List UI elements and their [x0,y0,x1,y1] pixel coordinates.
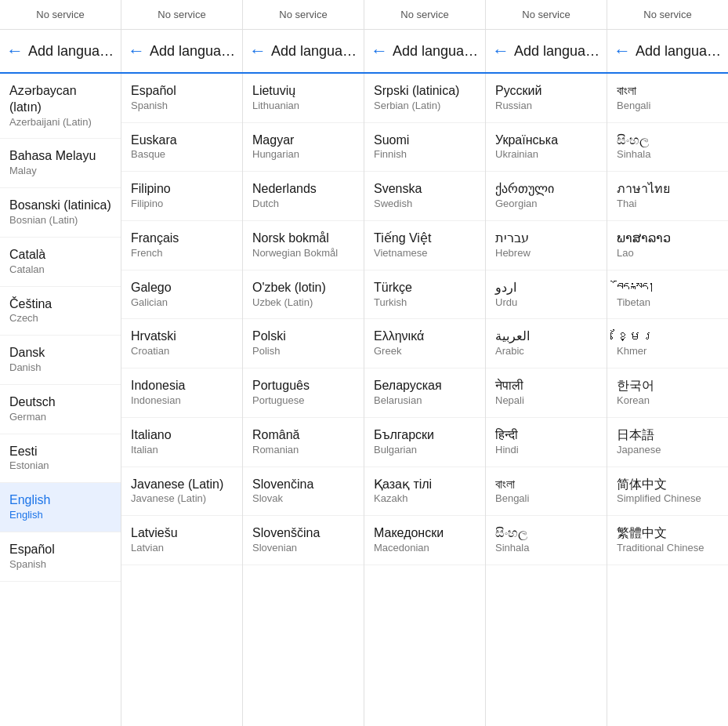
list-item[interactable]: ČeštinaCzech [0,287,121,336]
list-item[interactable]: සිංහලSinhala [486,516,607,565]
list-item[interactable]: SlovenščinaSlovenian [243,516,364,565]
lang-native-name: Türkçe [374,280,476,296]
list-item[interactable]: EuskaraBasque [121,123,242,172]
list-item[interactable]: DanskDanish [0,336,121,385]
list-item[interactable]: NederlandsDutch [243,172,364,221]
list-item[interactable]: བོད་སྐད།Tibetan [607,270,728,320]
list-item[interactable]: EspañolSpanish [121,74,242,123]
list-item[interactable]: HrvatskiCroatian [121,319,242,368]
list-item[interactable]: SuomiFinnish [364,123,485,172]
list-item[interactable]: TürkçeTurkish [364,270,485,320]
lang-english-name: Romanian [252,444,354,457]
list-item[interactable]: ქართულიGeorgian [486,172,607,221]
list-item[interactable]: 繁體中文Traditional Chinese [607,516,728,565]
list-item[interactable]: LatviešuLatvian [121,516,242,565]
list-item[interactable]: ខ្មែរKhmer [607,319,728,368]
list-item[interactable]: 한국어Korean [607,368,728,418]
lang-native-name: עברית [495,231,597,247]
list-item[interactable]: MagyarHungarian [243,123,364,172]
lang-native-name: Català [9,247,111,263]
lang-english-name: Macedonian [374,542,476,555]
list-item[interactable]: МакедонскиMacedonian [364,516,485,565]
lang-english-name: Hebrew [495,247,597,260]
list-item[interactable]: CatalàCatalan [0,238,121,287]
list-item[interactable]: IndonesiaIndonesian [121,368,242,418]
back-arrow-icon[interactable]: ← [6,41,24,61]
list-item[interactable]: БеларускаяBelarusian [364,368,485,418]
list-item[interactable]: FrançaisFrench [121,221,242,270]
column-4: РусскийRussianУкраїнськаUkrainianქართული… [486,74,607,726]
lang-english-name: Danish [9,361,111,375]
list-item[interactable]: ภาษาไทยThai [607,172,728,221]
list-item[interactable]: العربيةArabic [486,319,607,368]
content-area: Azərbaycan (latın)Azerbaijani (Latin)Bah… [0,74,728,726]
list-item[interactable]: বাংলাBengali [607,74,728,123]
lang-native-name: 日本語 [617,427,719,444]
back-arrow-icon[interactable]: ← [492,41,509,61]
list-item[interactable]: SlovenčinaSlovak [243,467,364,517]
list-item[interactable]: বাংলাBengali [486,467,607,517]
list-item[interactable]: SvenskaSwedish [364,172,485,221]
header-cell-2[interactable]: ←Add language [243,30,364,72]
header-cell-3[interactable]: ←Add language [364,30,486,72]
lang-english-name: Urdu [495,296,597,310]
header-cell-4[interactable]: ←Add language [486,30,607,72]
back-arrow-icon[interactable]: ← [371,41,388,61]
header-cell-0[interactable]: ←Add language [0,30,121,72]
lang-english-name: Spanish [9,558,111,572]
list-item[interactable]: ItalianoItalian [121,418,242,467]
list-item[interactable]: БългарскиBulgarian [364,418,485,467]
list-item[interactable]: EspañolSpanish [0,532,121,582]
lang-english-name: Catalan [9,263,111,277]
list-item[interactable]: 日本語Japanese [607,418,728,467]
list-item[interactable]: Bosanski (latinica)Bosnian (Latin) [0,188,121,238]
list-item[interactable]: GalegoGalician [121,270,242,320]
lang-native-name: Nederlands [252,181,354,198]
list-item[interactable]: Bahasa MelayuMalay [0,139,121,188]
list-item[interactable]: DeutschGerman [0,385,121,434]
list-item[interactable]: עבריתHebrew [486,221,607,270]
lang-english-name: Tibetan [617,296,719,310]
list-item[interactable]: РусскийRussian [486,74,607,123]
list-item[interactable]: ΕλληνικάGreek [364,319,485,368]
list-item[interactable]: Қазақ тіліKazakh [364,467,485,517]
list-item[interactable]: O'zbek (lotin)Uzbek (Latin) [243,270,364,320]
list-item[interactable]: PolskiPolish [243,319,364,368]
list-item[interactable]: FilipinoFilipino [121,172,242,221]
list-item[interactable]: සිංහලSinhala [607,123,728,172]
lang-english-name: Simplified Chinese [617,492,719,506]
back-arrow-icon[interactable]: ← [249,41,266,61]
status-cell-1: No service [121,0,243,29]
list-item[interactable]: EestiEstonian [0,434,121,484]
list-item[interactable]: Tiếng ViệtVietnamese [364,221,485,270]
lang-native-name: O'zbek (lotin) [252,280,354,296]
list-item[interactable]: УкраїнськаUkrainian [486,123,607,172]
lang-english-name: Ukrainian [495,148,597,162]
header-cell-1[interactable]: ←Add language [121,30,243,72]
list-item[interactable]: LietuviųLithuanian [243,74,364,123]
list-item[interactable]: اردوUrdu [486,270,607,320]
list-item[interactable]: Azərbaycan (latın)Azerbaijani (Latin) [0,74,121,139]
list-item[interactable]: EnglishEnglish [0,483,121,532]
list-item[interactable]: RomânăRomanian [243,418,364,467]
header-cell-5[interactable]: ←Add language [607,30,728,72]
back-arrow-icon[interactable]: ← [614,41,631,61]
lang-native-name: বাংলা [495,477,597,493]
lang-native-name: Македонски [374,525,476,542]
header-title: Add language [271,43,357,60]
lang-native-name: Беларуская [374,378,476,394]
list-item[interactable]: 简体中文Simplified Chinese [607,467,728,517]
list-item[interactable]: Srpski (latinica)Serbian (Latin) [364,74,485,123]
list-item[interactable]: Norsk bokmålNorwegian Bokmål [243,221,364,270]
list-item[interactable]: Javanese (Latin)Javanese (Latin) [121,467,242,517]
lang-english-name: Croatian [131,345,233,358]
lang-english-name: Slovak [252,492,354,506]
list-item[interactable]: नेपालीNepali [486,368,607,418]
list-item[interactable]: ພາສາລາວLao [607,221,728,270]
lang-native-name: Norsk bokmål [252,231,354,247]
list-item[interactable]: PortuguêsPortuguese [243,368,364,418]
back-arrow-icon[interactable]: ← [128,41,145,61]
list-item[interactable]: हिन्दीHindi [486,418,607,467]
lang-english-name: Dutch [252,198,354,211]
lang-english-name: Polish [252,345,354,358]
